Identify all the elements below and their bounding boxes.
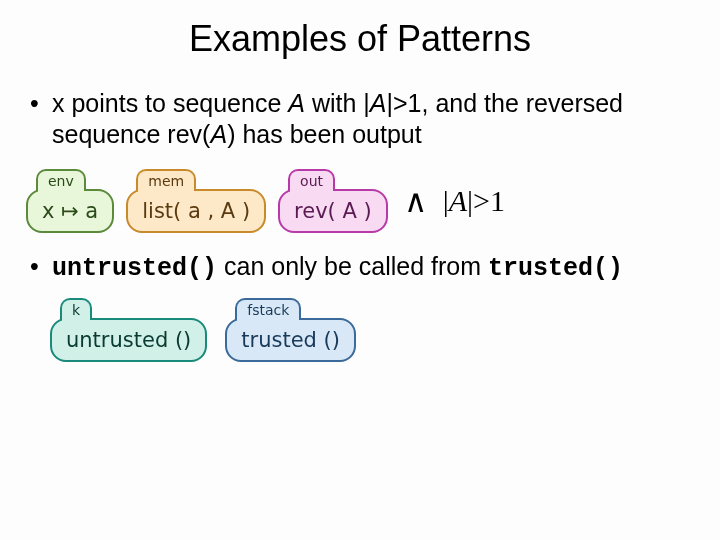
tab-mask [138,187,176,193]
block-env: env x ↦ a [26,169,114,233]
bullet-2: untrusted() can only be called from trus… [28,251,700,284]
block-k-body: untrusted () [50,318,207,362]
block-mem: mem list( a , A ) [126,169,266,233]
block-fstack-body: trusted () [225,318,356,362]
b1-A3: A [210,120,227,148]
b2-code2: trusted() [488,254,623,283]
block-mem-body: list( a , A ) [126,189,266,233]
slide-title: Examples of Patterns [20,18,700,60]
block-k: k untrusted () [50,298,207,362]
b1-post: ) has been output [227,120,422,148]
b1-A2: A [370,89,387,117]
block-out-body: rev( A ) [278,189,388,233]
block-out: out rev( A ) [278,169,388,233]
cond-bar2: |>1 [467,184,505,217]
b1-mid1: with | [305,89,370,117]
block-fstack: fstack trusted () [225,298,356,362]
bullet-1: x points to sequence A with |A|>1, and t… [28,88,700,151]
cond-A: A [449,184,467,217]
tab-mask [237,316,285,322]
conjunction-symbol: ∧ [400,182,431,220]
b1-A1: A [288,89,305,117]
condition-expr: |A|>1 [443,184,505,218]
b2-mid: can only be called from [224,252,488,280]
pattern-row-1: env x ↦ a mem list( a , A ) out rev( A )… [26,169,700,233]
tab-mask [62,316,76,322]
b1-text-pre: x points to sequence [52,89,288,117]
b2-code1: untrusted() [52,254,217,283]
pattern-row-2: k untrusted () fstack trusted () [50,298,700,362]
tab-mask [38,187,68,193]
tab-mask [290,187,318,193]
block-env-body: x ↦ a [26,189,114,233]
